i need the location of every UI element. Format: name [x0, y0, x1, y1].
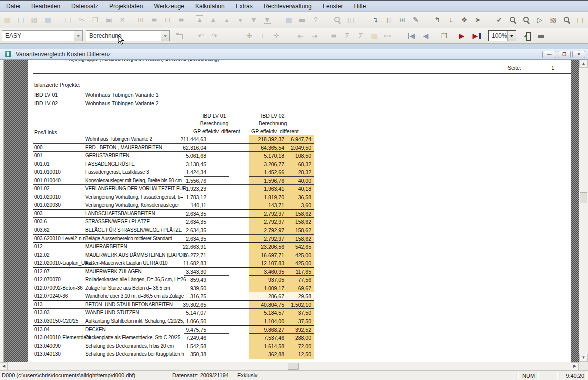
report-row: 000ERD-, BETON-, MAUERARBEITEN62.316,046…	[28, 144, 571, 152]
remove-position-icon[interactable]: −	[230, 30, 242, 41]
scroll-left-button[interactable]: ◀	[0, 362, 8, 370]
view-combo[interactable]: Berechnung	[86, 30, 170, 41]
move-page-down-icon[interactable]: ▼	[248, 14, 260, 25]
search-database-icon[interactable]	[508, 14, 518, 25]
scroll-down-button[interactable]: ▼	[580, 354, 588, 362]
move-up-icon[interactable]: ▴	[222, 14, 232, 25]
profile-combo[interactable]: EASY	[2, 30, 83, 41]
add-position-above-icon[interactable]: ✚	[244, 30, 255, 41]
list-icon[interactable]: ≣	[328, 30, 340, 41]
search-icon[interactable]	[332, 14, 343, 25]
menu-item-hilfe[interactable]: Hilfe	[348, 2, 372, 11]
edit-document-icon[interactable]: ✎	[410, 14, 422, 25]
statistics-icon[interactable]: ▥	[369, 30, 380, 41]
export-grid-icon[interactable]: ▦	[2, 14, 13, 25]
profile-combo-dropdown-button[interactable]	[74, 31, 82, 41]
vertical-scroll-thumb[interactable]	[580, 192, 588, 203]
close-button[interactable]: ✕	[572, 51, 586, 58]
menu-item-extras[interactable]: Extras	[230, 2, 258, 11]
cell-d: 542,65	[286, 243, 314, 251]
run-icon[interactable]: ▶	[456, 30, 468, 41]
exit-icon[interactable]	[522, 30, 534, 41]
nav-first-icon[interactable]: ◀	[407, 30, 418, 41]
takeover-icon[interactable]: ↴	[370, 14, 381, 25]
open-folder-icon[interactable]	[174, 30, 185, 41]
outdent-icon[interactable]: ⇤	[296, 30, 306, 41]
reb-icon[interactable]: REB	[382, 30, 394, 41]
toolbar-group: −✚+✛	[230, 30, 284, 41]
redo-icon[interactable]: ↷	[209, 30, 220, 41]
nav-prev-icon[interactable]: ◀	[420, 30, 432, 41]
add-position-icon[interactable]: +	[258, 30, 268, 41]
help-icon[interactable]: ?	[310, 14, 322, 25]
toolbar-group: ❐	[439, 30, 452, 41]
menu-item-werkzeuge[interactable]: Werkzeuge	[148, 2, 190, 11]
paste-icon[interactable]: ▣	[104, 14, 114, 25]
menu-item-datei[interactable]: Datei	[1, 2, 26, 11]
zoom-combo-value[interactable]: 100%	[489, 31, 508, 41]
cell-v2: 2.792,97	[250, 235, 286, 243]
zoom-combo-dropdown-button[interactable]	[508, 31, 516, 41]
run-to-end-icon[interactable]: ▶	[470, 30, 481, 41]
move-first-icon[interactable]: ▲	[194, 14, 206, 25]
report-rule	[33, 73, 571, 74]
restore-button[interactable]: ❐	[558, 51, 571, 58]
menu-item-datensatz[interactable]: Datensatz	[66, 2, 104, 11]
delete-icon[interactable]: ✕	[117, 14, 128, 25]
toolbar-group: ↰↓❖➤	[432, 14, 486, 25]
indent-icon[interactable]: ⇥	[309, 30, 320, 41]
menu-item-bearbeiten[interactable]: Bearbeiten	[26, 2, 66, 11]
tile-windows-icon[interactable]: ❖	[459, 14, 470, 25]
catalog-icon[interactable]: ▯	[384, 14, 394, 25]
split-view-icon[interactable]: ◫	[346, 14, 356, 25]
view-combo-dropdown-button[interactable]	[161, 31, 170, 41]
cell-v1: 939,50	[156, 284, 206, 293]
sum-icon[interactable]: Σ	[356, 30, 366, 41]
zoom-combo[interactable]: 100%	[488, 30, 516, 41]
insert-branch-icon[interactable]: ≣	[176, 14, 187, 25]
copy-icon[interactable]: ❐	[90, 14, 101, 25]
cell-v2: 5.184,57	[250, 309, 286, 317]
export-image-icon[interactable]: ▨	[29, 14, 40, 25]
check-document-icon[interactable]: ✔	[494, 14, 505, 25]
new-document-icon[interactable]: ▢	[63, 14, 74, 25]
insert-position-icon[interactable]: ⊞	[136, 14, 146, 25]
cell-v1: 22.663,91	[156, 243, 206, 251]
move-down-icon[interactable]: ▾	[235, 14, 246, 25]
cut-icon[interactable]: ✂	[76, 14, 88, 25]
export-report-icon[interactable]: ▤	[16, 14, 26, 25]
scroll-right-button[interactable]: ▶	[571, 362, 579, 370]
document-forward-icon[interactable]: ▷	[534, 14, 546, 25]
horizontal-scroll-thumb[interactable]	[288, 363, 299, 370]
sum-selected-icon[interactable]: Σ	[342, 30, 353, 41]
move-last-icon[interactable]: ▼	[262, 14, 273, 25]
menu-item-rechteverwaltung[interactable]: Rechteverwaltung	[258, 2, 318, 11]
insert-sub-position-icon[interactable]: ⊟	[162, 14, 174, 25]
print-icon[interactable]	[297, 14, 308, 25]
horizontal-scrollbar[interactable]: ◀ ▶	[0, 362, 579, 370]
menu-item-fenster[interactable]: Fenster	[318, 2, 349, 11]
send-icon[interactable]: ➤	[472, 14, 484, 25]
add-document-icon[interactable]: ⊞	[397, 14, 408, 25]
export-book-icon[interactable]: ▥	[42, 14, 54, 25]
insert-list-icon[interactable]: ≣	[149, 14, 160, 25]
menu-item-kalkulation[interactable]: Kalkulation	[190, 2, 230, 11]
minimize-button[interactable]: —	[542, 51, 556, 58]
scroll-up-button[interactable]: ▲	[580, 60, 588, 68]
profile-combo-value[interactable]: EASY	[2, 31, 74, 41]
branch-back-icon[interactable]: ↰	[432, 14, 443, 25]
print-report-icon[interactable]	[536, 30, 547, 41]
chart-document-icon[interactable]: ▧	[548, 14, 559, 25]
form-view-icon[interactable]: ▥	[284, 14, 294, 25]
document-icon[interactable]: ▤	[575, 14, 586, 25]
vertical-scrollbar[interactable]: ▲ ▼	[579, 60, 588, 362]
add-position-drag-icon[interactable]: ✛	[271, 30, 282, 41]
branch-down-icon[interactable]: ↓	[446, 14, 456, 25]
print-report-icon	[538, 32, 546, 40]
search-position-icon[interactable]	[562, 14, 572, 25]
search-next-icon[interactable]	[521, 14, 532, 25]
undo-icon[interactable]: ↶	[196, 30, 206, 41]
copy-pages-icon[interactable]: ❐	[439, 30, 450, 41]
menu-item-projektdaten[interactable]: Projektdaten	[104, 2, 148, 11]
move-page-up-icon[interactable]: ▲	[208, 14, 219, 25]
